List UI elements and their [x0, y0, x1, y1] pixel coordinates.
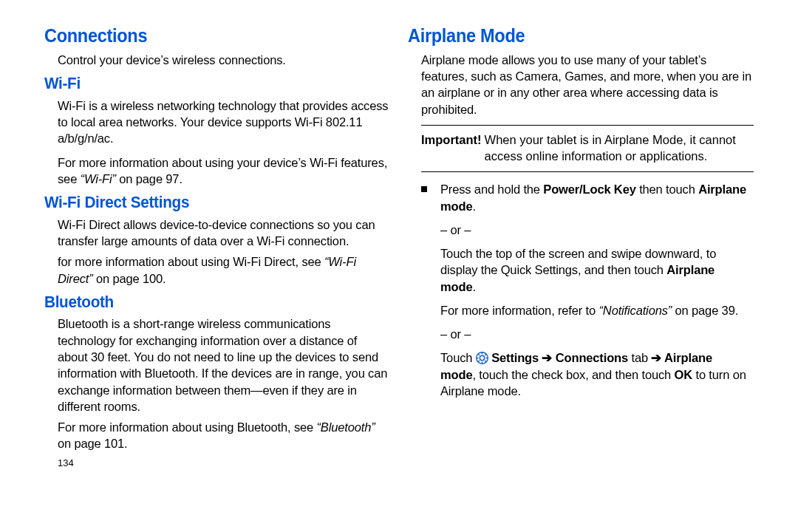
text: For more information about using Bluetoo…	[58, 420, 317, 434]
text: on page 100.	[93, 272, 166, 285]
wifi-para-2: For more information about using your de…	[58, 154, 390, 188]
arrow-icon: ➔	[651, 351, 664, 364]
ok-label: OK	[675, 368, 692, 381]
bullet-icon	[421, 186, 427, 192]
link-bluetooth[interactable]: “Bluetooth”	[317, 420, 375, 434]
or-separator: – or –	[440, 222, 746, 238]
text: .	[472, 280, 475, 293]
heading-airplane-mode: Airplane Mode	[408, 24, 733, 49]
text: For more information, refer to	[440, 304, 599, 317]
text: Touch	[440, 351, 476, 364]
divider	[421, 171, 754, 172]
right-column: Airplane Mode Airplane mode allows you t…	[399, 22, 763, 517]
text: .	[472, 200, 475, 213]
important-label: Important!	[421, 132, 485, 165]
svg-line-7	[485, 361, 486, 363]
text: then touch	[636, 183, 698, 196]
airplane-para-1: Airplane mode allows you to use many of …	[421, 52, 754, 117]
svg-line-9	[485, 354, 486, 355]
page-number: 134	[58, 457, 390, 470]
link-notifications[interactable]: “Notifications”	[599, 304, 672, 317]
manual-page: Connections Control your device’s wirele…	[0, 0, 798, 532]
text: for more information about using Wi-Fi D…	[58, 255, 324, 268]
connections-intro: Control your device’s wireless connectio…	[58, 52, 390, 68]
important-note: Important! When your tablet is in Airpla…	[421, 132, 754, 165]
wifi-para-1: Wi-Fi is a wireless networking technolog…	[58, 98, 390, 147]
svg-line-6	[478, 354, 480, 355]
text: tab	[628, 351, 651, 364]
instruction-text: Press and hold the Power/Lock Key then t…	[440, 181, 754, 406]
heading-wifi-direct: Wi-Fi Direct Settings	[44, 191, 369, 214]
left-column: Connections Control your device’s wirele…	[35, 22, 399, 517]
bt-para-2: For more information about using Bluetoo…	[58, 419, 390, 452]
text: on page 101.	[58, 437, 128, 450]
heading-bluetooth: Bluetooth	[44, 291, 369, 313]
svg-point-1	[480, 356, 484, 361]
settings-gear-icon	[476, 352, 488, 364]
wfd-para-2: for more information about using Wi-Fi D…	[58, 253, 390, 287]
or-separator: – or –	[440, 326, 746, 342]
svg-line-8	[478, 361, 480, 363]
wfd-para-1: Wi-Fi Direct allows device-to-device con…	[58, 216, 390, 250]
heading-connections: Connections	[44, 24, 369, 49]
arrow-icon: ➔	[539, 351, 556, 364]
connections-label: Connections	[556, 351, 628, 364]
text: , touch the check box, and then touch	[472, 368, 674, 381]
bt-para-1: Bluetooth is a short-range wireless comm…	[58, 316, 390, 415]
text: Press and hold the	[440, 183, 543, 196]
power-lock-key: Power/Lock Key	[543, 183, 635, 196]
settings-label: Settings	[491, 351, 539, 364]
link-wifi[interactable]: “Wi-Fi”	[81, 172, 116, 185]
instruction-bullet: Press and hold the Power/Lock Key then t…	[421, 181, 754, 406]
important-text: When your tablet is in Airplane Mode, it…	[485, 132, 754, 165]
text: on page 39.	[672, 304, 738, 317]
text: on page 97.	[116, 172, 183, 185]
divider	[421, 125, 754, 126]
heading-wifi: Wi-Fi	[44, 72, 369, 95]
